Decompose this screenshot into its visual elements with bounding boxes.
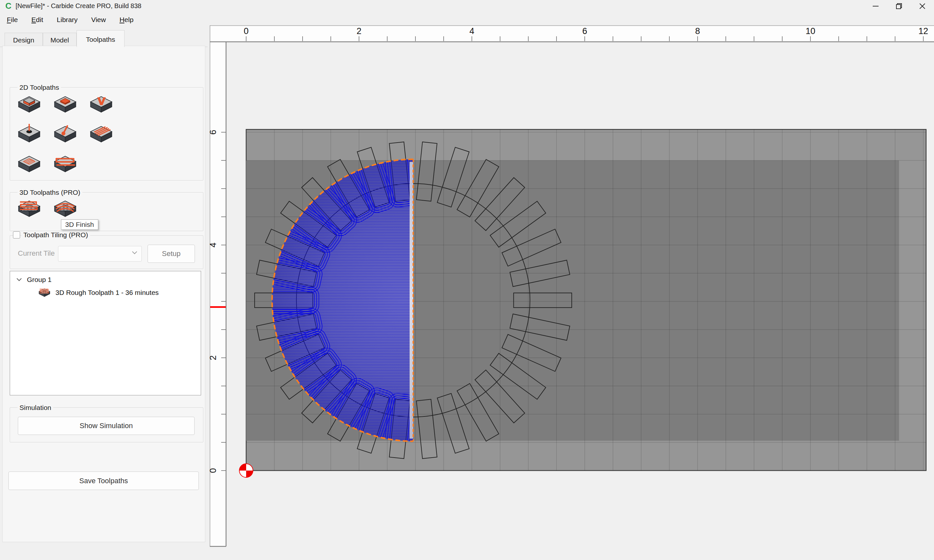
- toolpath-icon-pocket[interactable]: [52, 93, 79, 116]
- menu-item-view[interactable]: View: [84, 12, 113, 28]
- svg-text:10: 10: [806, 26, 815, 36]
- toolpath-icon-cutout-wrap[interactable]: [52, 152, 79, 175]
- svg-text:6: 6: [582, 26, 587, 36]
- tree-group-row[interactable]: Group 1: [10, 274, 200, 286]
- toolpath-icon-keyhole[interactable]: [52, 123, 79, 146]
- show-simulation-button[interactable]: Show Simulation: [18, 417, 194, 435]
- toolpaths-tab-page: 2D Toolpaths 3D Toolpaths (PRO) 3D Finis…: [2, 46, 205, 542]
- toolpath-icon-drill[interactable]: [15, 123, 43, 146]
- svg-text:4: 4: [208, 242, 218, 247]
- chevron-down-icon: [132, 251, 137, 255]
- toolpath-icon-texture-hatch[interactable]: [15, 152, 43, 175]
- tab-design[interactable]: Design: [5, 33, 43, 47]
- current-tile-label: Current Tile: [18, 249, 55, 258]
- svg-text:6: 6: [208, 130, 218, 134]
- 3d-rough-toolpath-icon: [37, 287, 52, 298]
- toolpath-tiling-label: Toolpath Tiling (PRO): [22, 231, 90, 239]
- group-3d-toolpaths-label: 3D Toolpaths (PRO): [17, 189, 82, 196]
- origin-marker: [239, 464, 253, 477]
- svg-text:8: 8: [695, 26, 700, 36]
- svg-text:0: 0: [244, 26, 248, 36]
- restore-icon: [895, 3, 903, 10]
- app-logo-icon: C: [4, 1, 13, 10]
- title-bar: C [NewFile]* - Carbide Create PRO, Build…: [0, 0, 934, 12]
- tree-group-label: Group 1: [27, 276, 52, 283]
- toolpath-tiling-checkbox[interactable]: [13, 231, 20, 238]
- svg-text:2: 2: [208, 355, 218, 360]
- tree-toolpath-row[interactable]: 3D Rough Toolpath 1 - 36 minutes: [10, 286, 200, 299]
- close-icon: [919, 3, 926, 10]
- minimize-button[interactable]: [864, 0, 887, 12]
- toolpath-icon-3d-finish[interactable]: [52, 197, 79, 220]
- toolpath-icon-3d-rough[interactable]: [15, 197, 43, 220]
- current-tile-select[interactable]: [58, 246, 142, 262]
- group-2d-toolpaths-label: 2D Toolpaths: [17, 84, 61, 91]
- close-button[interactable]: [911, 0, 934, 12]
- setup-button[interactable]: Setup: [148, 245, 195, 263]
- toolpath-tree: Group 1 3D Rough Toolpath 1 - 36 minutes: [10, 271, 201, 395]
- svg-text:0: 0: [208, 468, 218, 473]
- left-panel: DesignModelToolpaths 2D Toolpaths 3D Too…: [0, 28, 208, 560]
- restore-button[interactable]: [887, 0, 911, 12]
- tab-bar: DesignModelToolpaths: [0, 29, 208, 47]
- design-viewport[interactable]: 0246810120246: [208, 25, 934, 560]
- menu-item-library[interactable]: Library: [50, 12, 84, 28]
- toolpath-icon-vcarve[interactable]: [88, 93, 115, 116]
- menu-item-file[interactable]: File: [0, 12, 25, 28]
- tab-model[interactable]: Model: [43, 33, 77, 47]
- svg-text:4: 4: [469, 26, 474, 36]
- group-simulation-label: Simulation: [17, 404, 53, 412]
- toolpath-icon-texture-lines[interactable]: [88, 123, 115, 146]
- tree-toolpath-label: 3D Rough Toolpath 1 - 36 minutes: [55, 289, 159, 297]
- window-title: [NewFile]* - Carbide Create PRO, Build 8…: [15, 2, 142, 10]
- menu-item-help[interactable]: Help: [113, 12, 140, 28]
- tooltip-3d-finish: 3D Finish: [61, 219, 98, 230]
- save-toolpaths-button[interactable]: Save Toolpaths: [8, 472, 199, 490]
- tab-toolpaths[interactable]: Toolpaths: [77, 30, 125, 47]
- minimize-icon: [872, 3, 879, 10]
- chevron-expanded-icon: [16, 277, 22, 282]
- svg-text:12: 12: [919, 26, 928, 36]
- svg-text:2: 2: [356, 26, 361, 36]
- toolpath-icon-contour[interactable]: [15, 93, 43, 116]
- menu-item-edit[interactable]: Edit: [25, 12, 50, 28]
